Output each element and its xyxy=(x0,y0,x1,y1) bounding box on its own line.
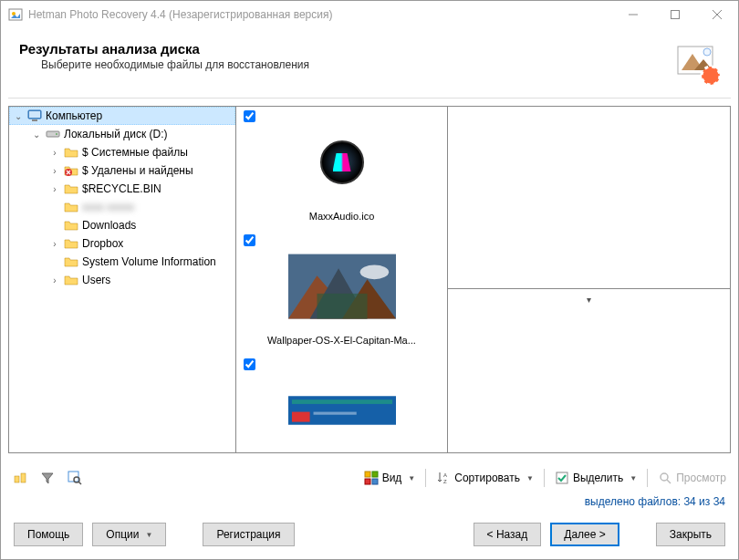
svg-point-16 xyxy=(56,133,57,135)
tree-label: Dropbox xyxy=(82,237,123,250)
tree-label: $ Системные файлы xyxy=(82,146,188,159)
maximize-button[interactable] xyxy=(654,1,696,28)
svg-rect-36 xyxy=(372,479,378,484)
folder-icon xyxy=(64,254,78,269)
svg-point-10 xyxy=(702,67,720,85)
register-button[interactable]: Регистрация xyxy=(203,523,294,546)
preview-details: ▾ xyxy=(448,288,730,452)
svg-rect-33 xyxy=(365,472,370,477)
chevron-down-icon: ▼ xyxy=(408,474,415,482)
window-title: Hetman Photo Recovery 4.4 (Незарегистрир… xyxy=(28,8,612,21)
svg-rect-39 xyxy=(557,472,567,483)
back-button[interactable]: < Назад xyxy=(474,523,542,546)
folder-icon xyxy=(64,145,78,160)
folder-icon xyxy=(64,236,78,251)
folder-icon xyxy=(64,181,78,196)
svg-rect-35 xyxy=(365,479,370,484)
thumbnail-image xyxy=(287,369,397,451)
search-button[interactable] xyxy=(63,466,87,490)
preview-image-area xyxy=(448,107,730,288)
thumbnails-icon xyxy=(364,471,379,485)
chevron-down-icon: ▼ xyxy=(145,531,152,539)
tree-item[interactable]: System Volume Information xyxy=(9,253,235,271)
refresh-button[interactable] xyxy=(8,466,32,490)
close-button[interactable] xyxy=(696,1,738,28)
tree-item-disk[interactable]: ⌄ Локальный диск (D:) xyxy=(9,125,235,143)
chevron-down-icon[interactable]: ⌄ xyxy=(13,111,24,121)
svg-rect-34 xyxy=(372,472,378,477)
chevron-right-icon[interactable]: › xyxy=(49,148,60,158)
tree-item[interactable]: Downloads xyxy=(9,216,235,234)
svg-line-32 xyxy=(78,482,81,484)
chevron-right-icon[interactable]: › xyxy=(49,239,60,249)
help-button[interactable]: Помощь xyxy=(14,523,83,546)
page-title: Результаты анализа диска xyxy=(19,41,676,57)
tree-item[interactable]: ›Dropbox xyxy=(9,234,235,253)
thumbnail-label: MaxxAudio.ico xyxy=(309,211,375,222)
minimize-button[interactable] xyxy=(612,1,654,28)
svg-rect-13 xyxy=(29,111,40,118)
chevron-right-icon[interactable]: › xyxy=(49,275,60,285)
computer-icon xyxy=(27,109,42,123)
options-button[interactable]: Опции▼ xyxy=(92,523,166,546)
disk-icon xyxy=(46,127,60,141)
tree-label: Локальный диск (D:) xyxy=(64,128,168,140)
tree-item[interactable]: xxxx xxxxx xyxy=(9,198,235,216)
preview-label: Просмотр xyxy=(676,472,726,484)
tree-item[interactable]: ›$ Системные файлы xyxy=(9,143,235,161)
chevron-down-icon: ▼ xyxy=(526,474,534,482)
next-button[interactable]: Далее > xyxy=(550,523,619,546)
app-window: Hetman Photo Recovery 4.4 (Незарегистрир… xyxy=(0,0,739,560)
filter-button[interactable] xyxy=(36,466,59,490)
svg-point-23 xyxy=(359,264,388,279)
thumbnail-item[interactable] xyxy=(240,355,443,452)
svg-point-9 xyxy=(703,48,711,56)
tree-label: $RECYCLE.BIN xyxy=(82,182,161,195)
svg-text:Z: Z xyxy=(443,479,447,484)
svg-rect-29 xyxy=(21,473,26,482)
magnifier-icon xyxy=(658,471,672,485)
thumbnail-checkbox[interactable] xyxy=(244,110,255,122)
thumbnail-item[interactable]: MaxxAudio.ico xyxy=(240,107,443,231)
close-app-button[interactable]: Закрыть xyxy=(656,523,725,546)
deleted-folder-icon xyxy=(64,163,78,178)
folder-icon xyxy=(64,273,78,287)
thumbnail-list[interactable]: MaxxAudio.icoWallpaper-OS-X-El-Capitan-M… xyxy=(236,107,447,452)
thumbnail-label: Wallpaper-OS-X-El-Capitan-Ma... xyxy=(267,335,416,346)
tree-label: xxxx xxxxx xyxy=(82,201,134,213)
tree-label: System Volume Information xyxy=(82,255,216,268)
folder-tree[interactable]: ⌄ Компьютер ⌄ Локальный диск (D:) ›$ Сис… xyxy=(8,106,236,453)
tree-item[interactable]: ›Users xyxy=(9,271,235,289)
tree-item[interactable]: ›$RECYCLE.BIN xyxy=(9,180,235,198)
tree-label: $ Удалены и найдены xyxy=(82,164,193,177)
thumbnail-image xyxy=(287,121,397,203)
preview-button[interactable]: Просмотр xyxy=(653,466,731,490)
page-header: Результаты анализа диска Выберите необхо… xyxy=(1,28,738,92)
tree-item[interactable]: ›$ Удалены и найдены xyxy=(9,161,235,180)
thumbnail-checkbox[interactable] xyxy=(244,358,255,370)
tree-item-computer[interactable]: ⌄ Компьютер xyxy=(9,107,235,125)
tree-label: Компьютер xyxy=(46,109,102,122)
view-mode-button[interactable]: Вид ▼ xyxy=(359,466,421,490)
chevron-right-icon[interactable]: › xyxy=(49,184,60,194)
chevron-down-icon[interactable]: ▾ xyxy=(587,295,591,305)
main-area: ⌄ Компьютер ⌄ Локальный диск (D:) ›$ Сис… xyxy=(1,99,738,461)
folder-icon xyxy=(64,218,78,233)
svg-rect-3 xyxy=(671,11,680,19)
app-icon xyxy=(8,7,23,22)
chevron-right-icon[interactable]: › xyxy=(49,166,60,176)
thumbnail-item[interactable]: Wallpaper-OS-X-El-Capitan-Ma... xyxy=(240,231,443,355)
chevron-down-icon[interactable]: ⌄ xyxy=(31,130,42,140)
separator xyxy=(647,469,648,487)
select-button[interactable]: Выделить ▼ xyxy=(550,466,641,490)
svg-rect-14 xyxy=(32,119,37,121)
sort-button[interactable]: AZ Сортировать ▼ xyxy=(432,466,538,490)
tree-label: Downloads xyxy=(82,219,136,232)
svg-point-40 xyxy=(661,473,668,481)
toolbar: Вид ▼ AZ Сортировать ▼ Выделить ▼ Просмо… xyxy=(1,461,738,495)
thumbnail-checkbox[interactable] xyxy=(244,234,255,246)
header-icon xyxy=(676,41,720,85)
checkbox-icon xyxy=(555,471,569,485)
bottom-bar: Помощь Опции▼ Регистрация < Назад Далее … xyxy=(1,513,738,559)
svg-rect-22 xyxy=(317,294,367,319)
